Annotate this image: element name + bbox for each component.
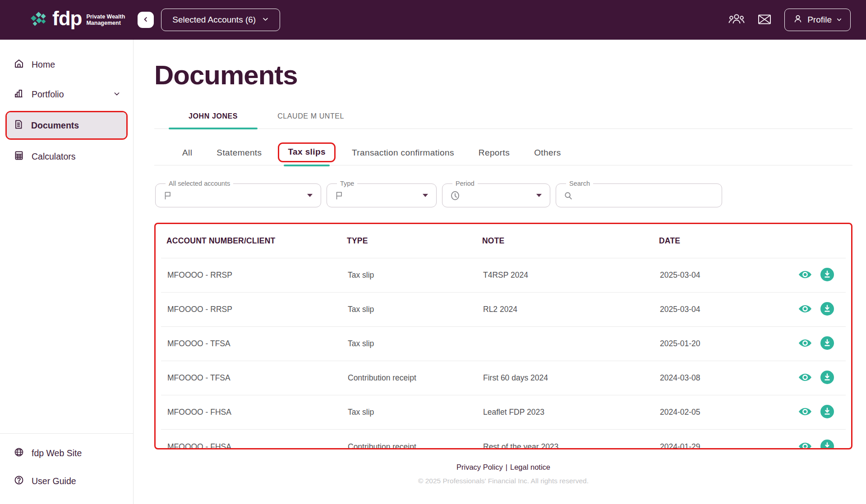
cell-type: Contribution receipt	[347, 373, 482, 383]
clock-icon	[450, 190, 461, 201]
cell-date: 2024-01-29	[659, 442, 772, 450]
tab-transaction-confirmations[interactable]: Transaction confirmations	[342, 143, 464, 165]
download-document-button[interactable]	[820, 440, 834, 450]
tab-all[interactable]: All	[172, 143, 202, 165]
view-document-button[interactable]	[798, 406, 812, 418]
top-header: fdp Private Wealth Management Selected A…	[0, 0, 866, 40]
search-field[interactable]: Search	[556, 183, 722, 207]
download-document-button[interactable]	[820, 336, 834, 351]
tab-tax-slips[interactable]: Tax slips	[279, 144, 334, 161]
documents-annotation-box: Documents	[5, 111, 128, 140]
view-document-button[interactable]	[798, 338, 812, 350]
cell-account: MFOOOO - RRSP	[166, 270, 347, 280]
cell-date: 2024-02-05	[659, 408, 772, 417]
column-header-account: ACCOUNT NUMBER/CLIENT	[166, 236, 347, 246]
page-footer: Privacy Policy|Legal notice © 2025 Profe…	[154, 463, 852, 485]
selected-accounts-dropdown[interactable]: Selected Accounts (6)	[161, 9, 280, 31]
cell-date: 2025-03-04	[659, 270, 772, 280]
column-header-date: DATE	[659, 236, 772, 246]
sidebar-item-user-guide[interactable]: User Guide	[7, 468, 126, 494]
people-group-icon	[728, 13, 745, 27]
download-document-button[interactable]	[820, 268, 834, 283]
accounts-filter-dropdown[interactable]: All selected accounts	[155, 183, 321, 207]
privacy-policy-link[interactable]: Privacy Policy	[456, 463, 503, 471]
copyright-text: © 2025 Professionals' Financial Inc. All…	[154, 477, 852, 485]
sidebar-item-label: Documents	[31, 120, 79, 131]
view-document-button[interactable]	[798, 372, 812, 384]
dropdown-caret-icon	[307, 194, 313, 197]
chevron-down-icon	[836, 15, 842, 25]
cell-type: Tax slip	[347, 408, 482, 417]
tab-claude-m-untel[interactable]: CLAUDE M UNTEL	[258, 106, 364, 128]
search-input[interactable]	[579, 191, 714, 200]
view-document-button[interactable]	[798, 441, 812, 450]
tab-others[interactable]: Others	[524, 143, 571, 165]
calculator-icon	[14, 150, 24, 163]
cell-type: Tax slip	[347, 339, 482, 348]
dropdown-caret-icon	[536, 194, 542, 197]
table-header-row: ACCOUNT NUMBER/CLIENT TYPE NOTE DATE	[161, 224, 846, 258]
tab-statements[interactable]: Statements	[207, 143, 272, 165]
documents-table-annotation-box: ACCOUNT NUMBER/CLIENT TYPE NOTE DATE MFO…	[154, 223, 852, 449]
messages-button[interactable]	[757, 13, 772, 27]
period-filter-dropdown[interactable]: Period	[442, 183, 550, 207]
table-row: MFOOOO - FHSA Tax slip Leaflet FDP 2023 …	[161, 395, 846, 430]
legal-notice-link[interactable]: Legal notice	[510, 463, 550, 471]
cell-type: Tax slip	[347, 270, 482, 280]
download-document-button[interactable]	[820, 302, 834, 317]
table-row: MFOOOO - RRSP Tax slip RL2 2024 2025-03-…	[161, 293, 846, 327]
user-icon	[793, 14, 803, 26]
tax-slips-annotation-box: Tax slips	[278, 142, 336, 162]
tab-reports[interactable]: Reports	[469, 143, 520, 165]
cell-date: 2025-01-20	[659, 339, 772, 348]
cell-type: Tax slip	[347, 305, 482, 314]
period-filter-label: Period	[452, 180, 478, 187]
sidebar-item-home[interactable]: Home	[7, 51, 126, 78]
eye-icon	[798, 406, 812, 418]
type-filter-dropdown[interactable]: Type	[327, 183, 437, 207]
advisors-button[interactable]	[728, 13, 745, 27]
cell-note: Leaflet FDP 2023	[482, 408, 659, 417]
sidebar-item-portfolio[interactable]: Portfolio	[7, 81, 126, 107]
cell-account: MFOOOO - FHSA	[166, 442, 347, 450]
sidebar-item-fdp-website[interactable]: fdp Web Site	[7, 440, 126, 466]
download-icon	[820, 336, 834, 351]
sidebar-item-label: fdp Web Site	[32, 448, 82, 458]
cell-note: RL2 2024	[482, 305, 659, 314]
download-document-button[interactable]	[820, 371, 834, 385]
selected-accounts-label: Selected Accounts (6)	[172, 15, 256, 25]
person-tabs: JOHN JONES CLAUDE M UNTEL	[154, 106, 852, 129]
download-icon	[820, 371, 834, 385]
eye-icon	[798, 372, 812, 384]
fdp-diamonds-icon	[28, 9, 48, 31]
view-document-button[interactable]	[798, 269, 812, 281]
dropdown-caret-icon	[423, 194, 428, 197]
download-document-button[interactable]	[820, 405, 834, 420]
type-filter-label: Type	[337, 180, 357, 187]
eye-icon	[798, 441, 812, 450]
cell-date: 2025-03-04	[659, 305, 772, 314]
table-row: MFOOOO - FHSA Contribution receipt Rest …	[161, 430, 846, 449]
column-header-note: NOTE	[482, 236, 659, 246]
eye-icon	[798, 338, 812, 350]
tab-john-jones[interactable]: JOHN JONES	[169, 106, 258, 128]
cell-account: MFOOOO - TFSA	[166, 339, 347, 348]
cell-note: First 60 days 2024	[482, 373, 659, 383]
documents-table: ACCOUNT NUMBER/CLIENT TYPE NOTE DATE MFO…	[161, 224, 846, 449]
view-document-button[interactable]	[798, 303, 812, 316]
eye-icon	[798, 303, 812, 316]
profile-button[interactable]: Profile	[784, 9, 851, 31]
page-title: Documents	[154, 60, 852, 91]
sidebar-item-label: Home	[32, 60, 55, 70]
flag-icon	[163, 191, 173, 201]
sidebar-collapse-button[interactable]	[138, 12, 154, 28]
sidebar-item-calculators[interactable]: Calculators	[7, 143, 126, 170]
home-icon	[14, 58, 24, 71]
sidebar-item-documents[interactable]: Documents	[7, 112, 126, 138]
cell-account: MFOOOO - FHSA	[166, 408, 347, 417]
cell-type: Contribution receipt	[347, 442, 482, 450]
cell-account: MFOOOO - TFSA	[166, 373, 347, 383]
brand-tagline: Private Wealth Management	[86, 14, 125, 27]
accounts-filter-label: All selected accounts	[166, 180, 233, 187]
sidebar-item-label: User Guide	[32, 476, 76, 486]
